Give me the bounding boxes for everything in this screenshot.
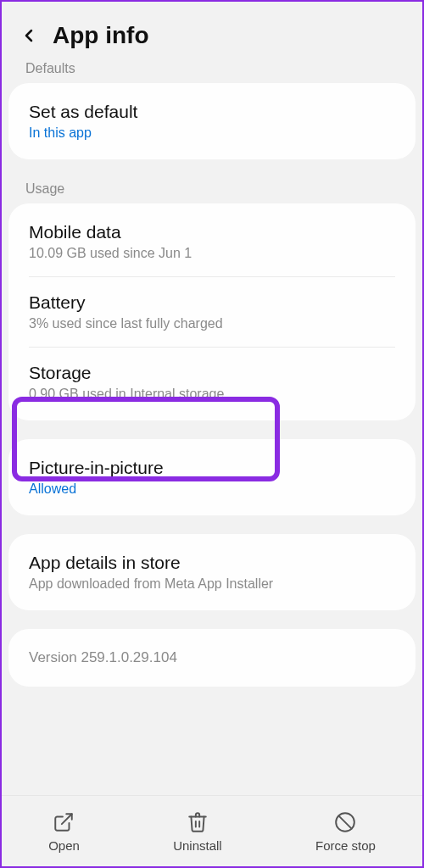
stop-icon <box>334 811 356 833</box>
row-sub: App downloaded from Meta App Installer <box>29 576 395 592</box>
row-title: App details in store <box>29 553 395 573</box>
card-version: Version 259.1.0.29.104 <box>8 629 416 687</box>
button-label: Uninstall <box>173 838 222 853</box>
open-button[interactable]: Open <box>48 811 80 853</box>
card-pip: Picture-in-picture Allowed <box>8 439 416 515</box>
page-title: App info <box>53 22 149 49</box>
row-set-as-default[interactable]: Set as default In this app <box>8 86 416 156</box>
svg-line-0 <box>62 814 72 824</box>
button-label: Force stop <box>315 838 376 853</box>
force-stop-button[interactable]: Force stop <box>315 811 376 853</box>
header: App info <box>2 2 422 63</box>
button-label: Open <box>48 838 80 853</box>
section-label-defaults: Defaults <box>2 63 422 83</box>
row-title: Storage <box>29 363 395 383</box>
version-text: Version 259.1.0.29.104 <box>8 632 416 683</box>
card-store: App details in store App downloaded from… <box>8 534 416 610</box>
row-mobile-data[interactable]: Mobile data 10.09 GB used since Jun 1 <box>8 207 416 276</box>
scroll-content: Defaults Set as default In this app Usag… <box>2 63 422 851</box>
chevron-left-icon <box>19 25 39 46</box>
uninstall-button[interactable]: Uninstall <box>173 811 222 853</box>
section-label-usage: Usage <box>2 178 422 203</box>
row-sub: 0.90 GB used in Internal storage <box>29 387 395 402</box>
row-title: Picture-in-picture <box>29 458 395 478</box>
row-sub: 10.09 GB used since Jun 1 <box>29 246 395 261</box>
bottom-bar: Open Uninstall Force stop <box>2 795 422 866</box>
card-usage: Mobile data 10.09 GB used since Jun 1 Ba… <box>8 203 416 420</box>
row-title: Mobile data <box>29 222 395 242</box>
row-link: In this app <box>29 125 395 141</box>
row-picture-in-picture[interactable]: Picture-in-picture Allowed <box>8 442 416 512</box>
card-defaults: Set as default In this app <box>8 83 416 159</box>
row-storage[interactable]: Storage 0.90 GB used in Internal storage <box>8 348 416 417</box>
row-battery[interactable]: Battery 3% used since last fully charged <box>8 277 416 347</box>
trash-icon <box>187 811 209 833</box>
row-title: Set as default <box>29 102 395 122</box>
open-icon <box>53 811 75 833</box>
svg-line-4 <box>339 815 352 828</box>
row-sub: 3% used since last fully charged <box>29 316 395 331</box>
row-link: Allowed <box>29 481 395 497</box>
back-button[interactable] <box>19 25 39 46</box>
row-title: Battery <box>29 292 395 313</box>
row-app-details-store[interactable]: App details in store App downloaded from… <box>8 537 416 607</box>
